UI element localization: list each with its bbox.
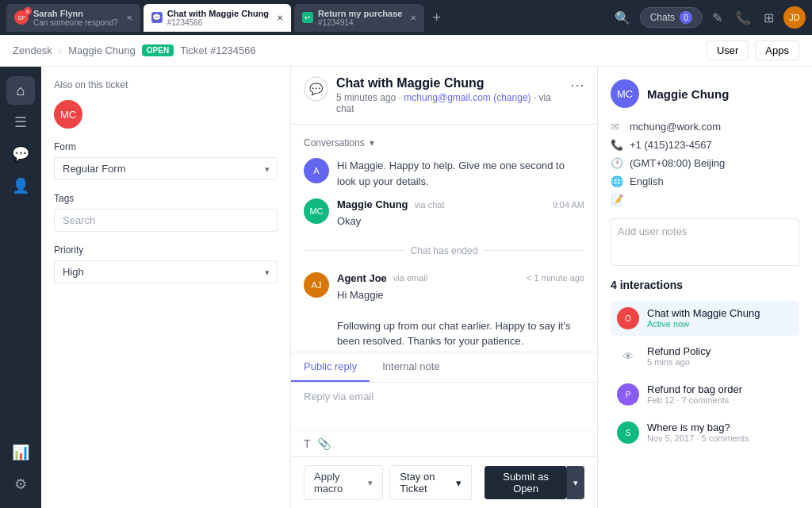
- stay-on-ticket-group: Stay on Ticket ▾: [389, 465, 472, 500]
- email-icon: ✉: [611, 121, 623, 133]
- contact-header: MC Maggie Chung: [611, 79, 799, 108]
- compose-icon[interactable]: ✎: [709, 7, 726, 29]
- breadcrumb-maggie[interactable]: Maggie Chung: [68, 44, 136, 56]
- tab-internal-note[interactable]: Internal note: [370, 352, 452, 382]
- user-notes-area[interactable]: Add user notes: [611, 218, 799, 266]
- interaction-meta-bag-order: Feb 12 · 7 comments: [647, 395, 793, 405]
- interaction-content-where-bag: Where is my bag? Nov 5, 2017 · 5 comment…: [647, 421, 793, 444]
- text-format-icon[interactable]: T: [304, 437, 311, 450]
- search-icon[interactable]: 🔍: [611, 7, 634, 29]
- close-tab-chat[interactable]: ✕: [277, 13, 283, 22]
- chat-email[interactable]: mchung@gmail.com: [404, 92, 491, 103]
- phone-icon[interactable]: 📞: [732, 7, 754, 29]
- chat-header-icon: 💬: [304, 76, 328, 102]
- contact-email-row: ✉ mchung@work.com: [611, 121, 799, 133]
- stay-on-ticket-button[interactable]: Stay on Ticket ▾: [389, 465, 472, 500]
- globe-icon: 🌐: [611, 175, 623, 187]
- interaction-content-refund-policy: Refund Policy 5 mins ago: [647, 345, 793, 368]
- right-panel: MC Maggie Chung ✉ mchung@work.com 📞 +1 (…: [598, 67, 812, 508]
- user-button[interactable]: User: [707, 40, 749, 60]
- contact-info: ✉ mchung@work.com 📞 +1 (415)123-4567 🕐 (…: [611, 121, 799, 206]
- contact-initials: MC: [617, 88, 633, 100]
- priority-section: Priority High: [54, 244, 278, 283]
- maggie-text: Okay: [337, 214, 584, 229]
- chat-title: Chat with Maggie Chung: [336, 76, 562, 90]
- chat-main: 💬 Chat with Maggie Chung 5 minutes ago ·…: [291, 67, 598, 508]
- apps-button[interactable]: Apps: [755, 40, 799, 60]
- interaction-bag-order[interactable]: P Refund for bag order Feb 12 · 7 commen…: [611, 377, 799, 412]
- apply-macro-button[interactable]: Apply macro ▾: [304, 465, 383, 500]
- priority-select-wrapper: High: [54, 260, 278, 283]
- chat-ended-line-right: [484, 250, 584, 251]
- form-section: Form Regular Form: [54, 141, 278, 180]
- contact-language: English: [630, 175, 664, 187]
- message-maggie: MC Maggie Chung via chat 9:04 AM Okay: [304, 198, 584, 229]
- tab-avatar-sarah: SF 8: [14, 10, 29, 25]
- apply-macro-arrow: ▾: [368, 478, 373, 488]
- message-agent-initial: A Hi Maggie. Happy to help. Give me one …: [304, 158, 584, 189]
- interaction-name-chat: Chat with Maggie Chung: [647, 307, 793, 319]
- close-tab-sarah[interactable]: ✕: [126, 13, 132, 22]
- breadcrumb-zendesk[interactable]: Zendesk: [13, 44, 52, 56]
- close-tab-return[interactable]: ✕: [410, 13, 416, 22]
- breadcrumb: Zendesk › Maggie Chung OPEN Ticket #1234…: [0, 35, 812, 67]
- user-avatar[interactable]: JD: [783, 6, 806, 29]
- add-tab-button[interactable]: +: [427, 10, 446, 26]
- chat-tab-icon: 💬: [151, 12, 163, 23]
- form-select-wrapper: Regular Form: [54, 157, 278, 180]
- submit-as-open-button[interactable]: Submit as Open: [485, 466, 567, 499]
- ticket-tab-icon: ↩: [302, 12, 313, 23]
- chats-label: Chats: [650, 12, 675, 23]
- also-on-ticket-label: Also on this ticket: [54, 79, 278, 90]
- status-badge-open: OPEN: [142, 44, 174, 56]
- attachment-icon[interactable]: 📎: [317, 437, 331, 450]
- tab-chat-maggie[interactable]: 💬 Chat with Maggie Chung #1234566 ✕: [144, 4, 291, 32]
- agent-joe-time: < 1 minute ago: [527, 273, 584, 283]
- reply-placeholder: Reply via email: [304, 391, 373, 402]
- conversations-label[interactable]: Conversations ▾: [304, 137, 584, 148]
- submit-dropdown-button[interactable]: ▾: [567, 466, 584, 499]
- interaction-refund-policy[interactable]: 👁 Refund Policy 5 mins ago: [611, 339, 799, 374]
- interaction-icon-ticket-p: P: [617, 383, 639, 406]
- chats-button[interactable]: Chats 0: [640, 7, 703, 28]
- chat-change[interactable]: (change): [493, 92, 530, 103]
- nav-home[interactable]: ⌂: [6, 76, 35, 105]
- contact-timezone-row: 🕐 (GMT+08:00) Beijing: [611, 157, 799, 169]
- reply-input[interactable]: Reply via email: [291, 383, 597, 430]
- tab-title-return: Return my purchase: [318, 9, 402, 18]
- grid-icon[interactable]: ⊞: [760, 7, 777, 29]
- nav-users[interactable]: 👤: [6, 171, 35, 200]
- topbar: SF 8 Sarah Flynn Can someone respond? ✕ …: [0, 0, 812, 35]
- message-agent-joe: AJ Agent Joe via email < 1 minute ago Hi…: [304, 272, 584, 352]
- tags-search-input[interactable]: [54, 209, 278, 232]
- nav-settings[interactable]: ⚙: [6, 470, 35, 498]
- chat-header: 💬 Chat with Maggie Chung 5 minutes ago ·…: [291, 67, 597, 125]
- main-content: ⌂ ☰ 💬 👤 📊 ⚙ Also on this ticket MC Form …: [0, 67, 812, 508]
- interaction-where-bag[interactable]: S Where is my bag? Nov 5, 2017 · 5 comme…: [611, 415, 799, 450]
- breadcrumb-ticket: Ticket #1234566: [180, 44, 256, 56]
- reply-area: Public reply Internal note Reply via ema…: [291, 352, 597, 456]
- interaction-meta-where-bag: Nov 5, 2017 · 5 comments: [647, 433, 793, 443]
- tab-public-reply[interactable]: Public reply: [291, 352, 370, 382]
- tab-return[interactable]: ↩ Return my purchase #1234914 ✕: [294, 4, 424, 32]
- chat-menu-button[interactable]: ⋯: [570, 76, 584, 94]
- conversations-arrow: ▾: [370, 137, 374, 148]
- priority-select[interactable]: High: [54, 260, 278, 283]
- chat-meta: 5 minutes ago · mchung@gmail.com (change…: [336, 92, 562, 114]
- form-select[interactable]: Regular Form: [54, 157, 278, 180]
- nav-chat[interactable]: 💬: [6, 140, 35, 168]
- tab-sarah[interactable]: SF 8 Sarah Flynn Can someone respond? ✕: [6, 4, 140, 32]
- nav-tickets[interactable]: ☰: [6, 108, 35, 137]
- agent-joe-avatar: AJ: [304, 272, 329, 298]
- apply-macro-label: Apply macro: [314, 471, 362, 495]
- stay-on-ticket-label: Stay on Ticket: [400, 471, 451, 495]
- sidebar-nav: ⌂ ☰ 💬 👤 📊 ⚙: [0, 67, 41, 508]
- contact-timezone: (GMT+08:00) Beijing: [630, 157, 725, 169]
- interaction-content-bag-order: Refund for bag order Feb 12 · 7 comments: [647, 383, 793, 406]
- maggie-message-content: Maggie Chung via chat 9:04 AM Okay: [337, 198, 584, 229]
- tab-sub-sarah: Can someone respond?: [33, 18, 118, 27]
- nav-reports[interactable]: 📊: [6, 438, 35, 467]
- interaction-chat-maggie[interactable]: O Chat with Maggie Chung Active now: [611, 301, 799, 336]
- maggie-via: via chat: [415, 200, 445, 210]
- message-content: Hi Maggie. Happy to help. Give me one se…: [337, 158, 584, 189]
